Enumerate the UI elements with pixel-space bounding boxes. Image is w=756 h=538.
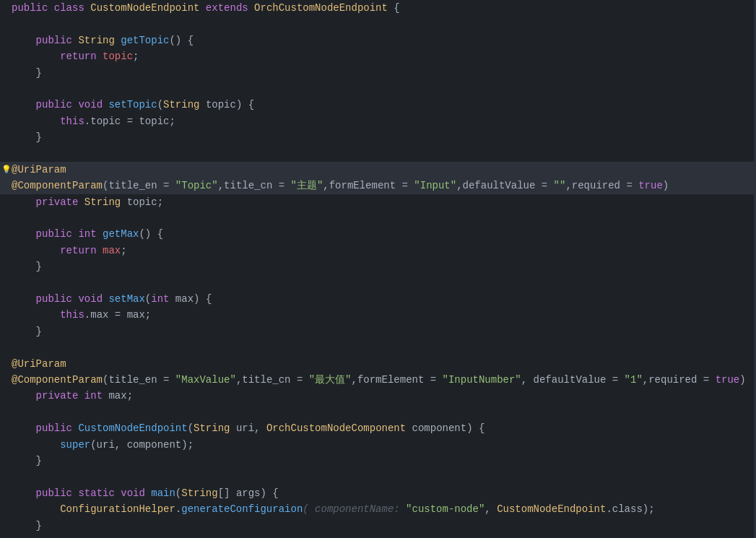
line-text: this.topic = topic; [12,113,175,129]
code-line [0,275,756,291]
code-line: return max; [0,243,756,259]
lightbulb-icon[interactable]: 💡 [1,162,12,178]
line-text: } [12,129,42,145]
line-text: @UriParam [12,162,66,178]
code-line: public void setTopic(String topic) { [0,97,756,113]
line-text: public void setTopic(String topic) { [12,97,254,113]
code-line: public class CustomNodeEndpoint extends … [0,0,756,16]
line-text: public static void main(String[] args) { [12,485,279,501]
code-line [0,210,756,226]
code-line: ConfigurationHelper.generateConfiguraion… [0,501,756,517]
line-text: @ComponentParam(title_en = "Topic",title… [12,178,669,194]
line-text: } [12,65,42,81]
code-line: public CustomNodeEndpoint(String uri, Or… [0,420,756,436]
code-line: } [0,518,756,534]
code-line: public String getTopic() { [0,32,756,48]
code-line: this.topic = topic; [0,113,756,129]
code-line: public void setMax(int max) { [0,291,756,307]
code-line: } [0,324,756,339]
line-text: } [12,259,42,274]
code-line [0,81,756,97]
code-line [0,404,756,420]
code-line: return topic; [0,48,756,64]
code-line: this.max = max; [0,307,756,323]
code-line: private String topic; [0,194,756,210]
code-line: } [0,453,756,469]
code-content: public class CustomNodeEndpoint extends … [0,0,756,534]
code-line: @UriParam [0,356,756,372]
line-text: } [12,518,42,534]
code-line: super(uri, component); [0,437,756,453]
line-text: public CustomNodeEndpoint(String uri, Or… [12,420,485,436]
line-text: return topic; [12,48,139,64]
code-line [0,469,756,485]
code-line [0,146,756,162]
code-line: 💡@UriParam [0,162,756,178]
code-line [0,16,756,32]
line-text: @ComponentParam(title_en = "MaxValue",ti… [12,372,746,388]
code-line: } [0,65,756,81]
code-line: public static void main(String[] args) { [0,485,756,501]
line-text: } [12,324,42,339]
line-text: private String topic; [12,194,163,210]
code-editor: public class CustomNodeEndpoint extends … [0,0,756,538]
code-line: } [0,129,756,145]
line-text: public String getTopic() { [12,32,194,48]
code-line: } [0,259,756,274]
line-text: public class CustomNodeEndpoint extends … [12,0,400,16]
code-line: @ComponentParam(title_en = "MaxValue",ti… [0,372,756,388]
line-text: return max; [12,243,127,259]
code-line: private int max; [0,388,756,404]
line-text: ConfigurationHelper.generateConfiguraion… [12,501,655,517]
line-text: @UriParam [12,356,66,372]
line-text: public void setMax(int max) { [12,291,212,307]
code-line: public int getMax() { [0,226,756,242]
code-line [0,339,756,355]
line-text: public int getMax() { [12,226,163,242]
line-text: this.max = max; [12,307,151,323]
line-text: private int max; [12,388,133,404]
code-line: @ComponentParam(title_en = "Topic",title… [0,178,756,194]
line-text: } [12,453,42,469]
line-text: super(uri, component); [12,437,194,453]
